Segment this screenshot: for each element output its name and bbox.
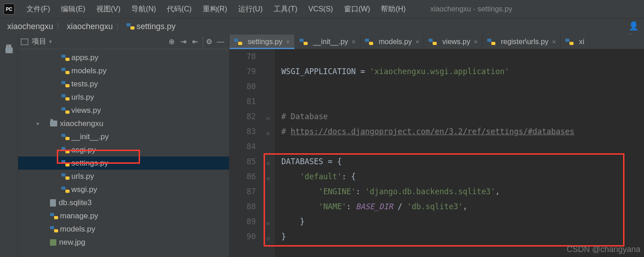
tree-item[interactable]: db.sqlite3: [18, 196, 229, 209]
tree-item[interactable]: urls.py: [18, 91, 229, 104]
tree-item[interactable]: manage.py: [18, 209, 229, 222]
python-icon: [61, 173, 70, 180]
breadcrumb-item[interactable]: xiaochengxu: [5, 22, 56, 31]
breadcrumb-item[interactable]: settings.py: [124, 22, 178, 31]
tree-item[interactable]: views.py: [18, 104, 229, 117]
chevron-right-icon: 〉: [115, 21, 124, 32]
editor-tab-active[interactable]: settings.py×: [230, 35, 295, 49]
tree-item[interactable]: new.jpg: [18, 236, 229, 249]
tree-item-selected[interactable]: settings.py: [18, 156, 229, 170]
python-icon: [61, 186, 70, 193]
project-tool-button[interactable]: 项目: [3, 36, 15, 44]
python-icon: [61, 133, 70, 141]
project-view-icon: [21, 39, 28, 45]
python-icon: [61, 54, 70, 61]
editor-tab[interactable]: xi: [561, 35, 589, 49]
project-panel-header: 项目 ▼ ⊕ ⇥ ⇤ ⚙ —: [18, 35, 229, 49]
tree-item[interactable]: models.py: [18, 64, 229, 77]
python-icon: [126, 23, 135, 30]
python-icon: [487, 38, 495, 45]
image-icon: [50, 239, 56, 246]
collapse-all-icon[interactable]: ⇤: [189, 36, 201, 48]
code-editor[interactable]: 78798081828384858687888990 ⊟ ⊟ ⊟ ⊟ ⊟ ⊟ W…: [230, 49, 644, 257]
python-icon: [365, 38, 373, 45]
folder-icon: [50, 121, 57, 126]
python-icon: [300, 38, 308, 45]
fold-marker-icon[interactable]: ⊟: [267, 216, 270, 231]
python-icon: [429, 38, 437, 45]
tree-item[interactable]: __init__.py: [18, 130, 229, 143]
tree-folder[interactable]: ▾xiaochengxu: [18, 117, 229, 130]
close-icon[interactable]: ×: [286, 38, 290, 45]
project-panel: 项目 ▼ ⊕ ⇥ ⇤ ⚙ — apps.py models.py tests.p…: [18, 35, 230, 257]
breadcrumb: xiaochengxu 〉 xiaochengxu 〉 settings.py: [0, 18, 644, 35]
fold-marker-icon[interactable]: ⊟: [267, 231, 270, 246]
menu-navigate[interactable]: 导航(N): [127, 3, 160, 16]
menu-refactor[interactable]: 重构(R): [198, 3, 232, 16]
editor-tab[interactable]: models.py×: [360, 35, 424, 49]
menu-code[interactable]: 代码(C): [162, 3, 196, 16]
app-logo: PC: [4, 4, 15, 15]
python-icon: [61, 107, 70, 114]
python-icon: [50, 226, 58, 233]
editor-tabs: settings.py× __init__.py× models.py× vie…: [230, 35, 644, 49]
watermark: CSDN @changyana: [567, 245, 640, 254]
menu-edit[interactable]: 编辑(E): [56, 3, 90, 16]
python-icon: [61, 146, 70, 154]
python-icon: [61, 67, 70, 75]
menu-window[interactable]: 窗口(W): [339, 3, 375, 16]
menu-run[interactable]: 运行(U): [234, 3, 267, 16]
fold-marker-icon[interactable]: ⊟: [267, 111, 270, 126]
fold-marker-icon[interactable]: ⊟: [267, 126, 270, 141]
files-tool-icon[interactable]: [5, 45, 14, 55]
tree-item[interactable]: asgi.py: [18, 143, 229, 156]
project-panel-title[interactable]: 项目: [32, 37, 46, 46]
line-number-gutter: 78798081828384858687888990: [230, 49, 266, 257]
close-icon[interactable]: ×: [415, 38, 419, 45]
code-content[interactable]: WSGI_APPLICATION = 'xiaochengxu.wsgi.app…: [275, 49, 644, 257]
file-icon: [50, 199, 56, 207]
menu-vcs[interactable]: VCS(S): [304, 3, 337, 15]
close-icon[interactable]: ×: [474, 38, 478, 45]
settings-icon[interactable]: ⚙: [203, 36, 215, 48]
tool-window-bar: 项目: [0, 35, 18, 257]
editor-area: settings.py× __init__.py× models.py× vie…: [230, 35, 644, 257]
close-icon[interactable]: ×: [352, 38, 355, 45]
menu-view[interactable]: 视图(V): [92, 3, 125, 16]
chevron-down-icon[interactable]: ▼: [48, 39, 53, 44]
editor-tab[interactable]: views.py×: [424, 35, 483, 49]
python-icon: [61, 94, 70, 101]
menu-tools[interactable]: 工具(T): [269, 3, 302, 16]
python-icon: [50, 212, 58, 220]
tree-item[interactable]: apps.py: [18, 51, 229, 64]
python-icon: [61, 81, 70, 88]
menu-help[interactable]: 帮助(H): [376, 3, 410, 16]
fold-gutter: ⊟ ⊟ ⊟ ⊟ ⊟ ⊟: [266, 49, 275, 257]
user-menu-icon[interactable]: 👤▾: [629, 21, 639, 30]
tree-item[interactable]: wsgi.py: [18, 183, 229, 196]
chevron-right-icon: 〉: [56, 21, 64, 32]
close-icon[interactable]: ×: [552, 38, 556, 45]
fold-marker-icon[interactable]: ⊟: [267, 171, 270, 186]
fold-marker-icon[interactable]: ⊟: [267, 156, 270, 171]
window-title: xiaochengxu - settings.py: [430, 5, 513, 13]
select-opened-file-icon[interactable]: ⊕: [165, 36, 177, 48]
expand-all-icon[interactable]: ⇥: [177, 36, 189, 48]
python-icon: [565, 38, 574, 45]
menu-bar: PC 文件(F) 编辑(E) 视图(V) 导航(N) 代码(C) 重构(R) 运…: [0, 0, 644, 18]
editor-tab[interactable]: __init__.py×: [295, 35, 361, 49]
tree-item[interactable]: urls.py: [18, 170, 229, 183]
python-icon: [61, 160, 70, 167]
hide-panel-icon[interactable]: —: [215, 36, 226, 48]
tree-item[interactable]: models.py: [18, 222, 229, 236]
breadcrumb-item[interactable]: xiaochengxu: [64, 22, 115, 31]
editor-tab[interactable]: register\urls.py×: [483, 35, 561, 49]
tree-item[interactable]: tests.py: [18, 77, 229, 91]
menu-file[interactable]: 文件(F): [22, 3, 55, 16]
project-tree[interactable]: apps.py models.py tests.py urls.py views…: [18, 49, 229, 257]
python-icon: [234, 38, 242, 45]
chevron-down-icon[interactable]: ▾: [36, 121, 39, 127]
